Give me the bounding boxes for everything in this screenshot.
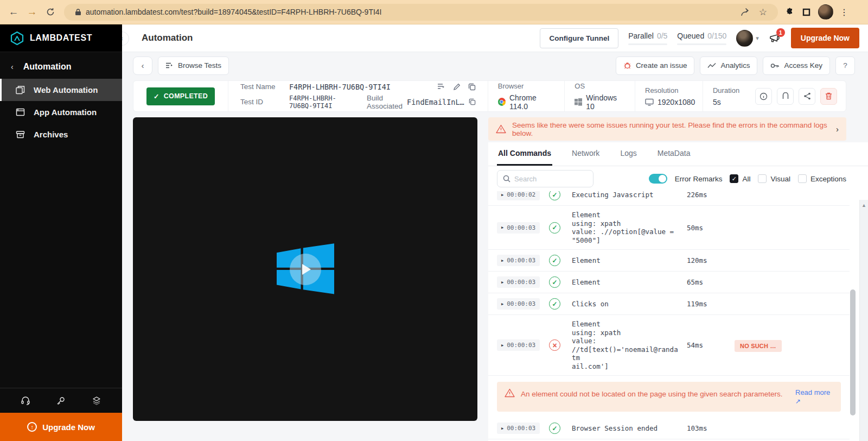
test-video-player[interactable]	[133, 117, 477, 421]
back-button[interactable]: ‹	[133, 56, 152, 75]
check-icon: ✓	[154, 92, 159, 100]
command-title: Element	[572, 278, 681, 287]
configure-tunnel-button[interactable]: Configure Tunnel	[540, 28, 618, 48]
command-row[interactable]: ▶00:00:03 ✓ Element 65ms	[488, 272, 850, 293]
brand[interactable]: LAMBDATEST	[0, 24, 122, 52]
timestamp-chip[interactable]: ▶00:00:02	[497, 191, 540, 200]
browser-chrome: ← → automation.lambdatest.com/test?build…	[0, 0, 868, 24]
test-id-label: Test ID	[240, 98, 285, 106]
timestamp-chip[interactable]: ▶00:00:03	[497, 255, 540, 266]
tab-all-commands[interactable]: All Commands	[497, 149, 552, 166]
command-row[interactable]: ▶00:00:02 ✓ Executing Javascript 226ms	[488, 191, 850, 206]
command-duration: 65ms	[687, 278, 735, 286]
analytics-chart-icon	[707, 62, 716, 69]
extensions-puzzle-icon[interactable]	[786, 8, 795, 17]
share-nodes-icon[interactable]	[799, 88, 815, 105]
queued-progress-bar	[677, 43, 726, 45]
copy-icon[interactable]	[468, 83, 476, 91]
test-warning-banner: Seems like there were some issues runnin…	[488, 117, 846, 141]
tab-search-icon[interactable]	[802, 8, 810, 16]
key-icon	[770, 62, 780, 69]
access-key-icon[interactable]	[56, 396, 66, 406]
chevron-right-icon[interactable]: ›	[836, 124, 839, 134]
command-row[interactable]: ▶00:00:03 ✓ Element 120ms	[488, 250, 850, 272]
user-avatar[interactable]	[736, 30, 753, 47]
copy-icon[interactable]	[469, 98, 476, 105]
user-menu[interactable]: ▾	[736, 30, 759, 47]
sidebar-item-app-automation[interactable]: App Automation	[0, 101, 122, 123]
browser-profile-avatar[interactable]	[818, 4, 833, 20]
info-icon[interactable]	[755, 88, 772, 105]
meta-browser: Browser Chrome 114.0	[488, 81, 565, 111]
command-duration: 226ms	[687, 191, 735, 199]
external-link-icon[interactable]: ↗	[795, 398, 801, 405]
timestamp-chip[interactable]: ▶00:00:03	[497, 222, 540, 234]
browser-menu-icon[interactable]: ⋮	[840, 7, 848, 17]
upgrade-now-button[interactable]: Upgrade Now	[791, 28, 859, 48]
test-list-icon[interactable]	[437, 83, 445, 91]
browser-forward-icon[interactable]: →	[23, 3, 41, 21]
support-headset-icon[interactable]	[21, 396, 30, 406]
sidebar-item-archives[interactable]: Archives	[0, 123, 122, 146]
checkbox-exceptions[interactable]: ✓ Exceptions	[798, 174, 846, 183]
timestamp-chip[interactable]: ▶00:00:03	[497, 339, 540, 351]
error-remarks-label: Error Remarks	[675, 175, 723, 183]
browser-back-icon[interactable]: ←	[4, 3, 23, 21]
list-play-icon	[165, 62, 174, 69]
timestamp-chip[interactable]: ▶00:00:03	[497, 423, 540, 434]
log-scrollbar-thumb[interactable]	[850, 289, 856, 415]
tab-logs[interactable]: Logs	[619, 149, 637, 166]
timestamp-chip[interactable]: ▶00:00:03	[497, 298, 540, 310]
command-row[interactable]: ▶00:00:03 ✓ Clicks on 119ms	[488, 293, 850, 315]
brand-name: LAMBDATEST	[30, 33, 92, 43]
tab-metadata[interactable]: MetaData	[656, 149, 692, 166]
command-log-list[interactable]: ▶00:00:02 ✓ Executing Javascript 226ms ▶…	[488, 191, 868, 441]
log-search[interactable]	[497, 170, 593, 187]
read-more-link[interactable]: Read more	[795, 388, 830, 396]
command-row[interactable]: ▶00:00:03 × Element using: xpath value: …	[488, 315, 850, 376]
tab-network[interactable]: Network	[571, 149, 601, 166]
test-name-label: Test Name	[240, 83, 285, 91]
delete-trash-icon[interactable]	[820, 88, 837, 105]
status-badge: ✓ COMPLETED	[146, 87, 215, 105]
checkbox-icon: ✓	[758, 174, 767, 183]
announcements-megaphone-icon[interactable]: 1	[769, 32, 781, 44]
analytics-button[interactable]: Analytics	[700, 56, 757, 75]
play-button[interactable]	[290, 254, 321, 285]
sidebar-upgrade-button[interactable]: ↑ Upgrade Now	[0, 413, 122, 441]
expand-play-icon: ▶	[501, 302, 503, 306]
command-title: Element	[572, 211, 681, 219]
magnet-icon[interactable]	[777, 88, 794, 105]
share-icon[interactable]	[741, 8, 750, 16]
error-badge[interactable]: NO SUCH …	[735, 340, 782, 352]
sidebar-item-web-automation[interactable]: Web Automation	[0, 79, 122, 101]
url-text[interactable]: automation.lambdatest.com/test?build=189…	[86, 8, 737, 16]
url-bar[interactable]: automation.lambdatest.com/test?build=189…	[64, 4, 778, 21]
integrations-layers-icon[interactable]	[92, 396, 101, 406]
sidebar-section-automation[interactable]: ‹ Automation	[0, 54, 122, 79]
page-scrollbar[interactable]: ▲	[859, 200, 868, 441]
access-key-button[interactable]: Access Key	[763, 56, 830, 75]
bookmark-star-icon[interactable]: ☆	[759, 7, 767, 18]
checkbox-visual[interactable]: ✓ Visual	[758, 174, 790, 183]
checkbox-all[interactable]: ✓ All	[730, 174, 750, 183]
create-issue-button[interactable]: Create an issue	[616, 56, 695, 75]
command-row[interactable]: ▶00:00:03 ✓ Element using: xpath value: …	[488, 206, 850, 250]
error-remarks-toggle[interactable]	[649, 174, 667, 184]
scroll-up-arrow[interactable]: ▲	[861, 203, 866, 441]
edit-pencil-icon[interactable]	[453, 83, 461, 91]
timestamp-chip[interactable]: ▶00:00:03	[497, 276, 540, 288]
expand-play-icon: ▶	[501, 225, 503, 230]
test-id-value: F4RPH-LHBRH-7U6BQ-9TI4I	[289, 94, 348, 110]
browse-tests-button[interactable]: Browse Tests	[158, 56, 229, 75]
search-input[interactable]	[514, 175, 579, 183]
build-associated-value[interactable]: FindEmailInL…	[407, 98, 464, 106]
checkbox-icon: ✓	[730, 174, 738, 183]
command-row[interactable]: ▶00:00:03 ✓ Browser Session ended 103ms	[488, 418, 850, 439]
help-button[interactable]: ?	[835, 56, 855, 75]
create-issue-label: Create an issue	[636, 61, 687, 70]
meta-resolution: Resolution 1920x1080	[635, 81, 703, 111]
command-duration: 119ms	[687, 300, 735, 308]
browser-reload-icon[interactable]	[41, 3, 60, 21]
expand-play-icon: ▶	[501, 193, 503, 197]
